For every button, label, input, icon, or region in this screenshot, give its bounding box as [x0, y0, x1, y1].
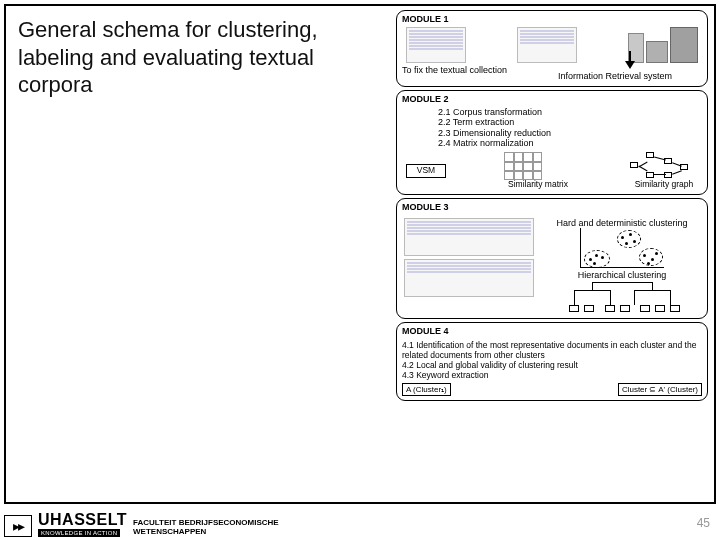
- corpus-list-icon: [406, 27, 466, 63]
- module-3-title: MODULE 3: [402, 202, 702, 212]
- diagram-column: MODULE 1 To fix the textual collection: [396, 10, 708, 401]
- server-icon: [628, 27, 698, 63]
- dendrogram-icon: [562, 280, 682, 312]
- m2-item: 2.3 Dimensionality reduction: [438, 128, 702, 138]
- module-2-title: MODULE 2: [402, 94, 702, 104]
- faculty-line-2: WETENSCHAPPEN: [133, 528, 279, 537]
- uhasselt-logo: UHASSELT: [38, 511, 127, 529]
- skip-forward-icon[interactable]: ▸▸: [4, 515, 32, 537]
- m2-item: 2.1 Corpus transformation: [438, 107, 702, 117]
- vsm-box: VSM: [406, 164, 446, 178]
- slide-title: General schema for clustering, labeling …: [18, 16, 378, 99]
- cluster-subset-a: A (Cluster₁): [402, 383, 451, 396]
- arrow-down-icon: [625, 61, 635, 69]
- cluster-subset-all: Cluster ⊆ A' (Cluster): [618, 383, 702, 396]
- similarity-graph-label: Similarity graph: [630, 180, 698, 190]
- knowledge-in-action-tag: KNOWLEDGE IN ACTION: [38, 529, 120, 537]
- similarity-matrix-label: Similarity matrix: [504, 180, 572, 190]
- module-2: MODULE 2 2.1 Corpus transformation 2.2 T…: [396, 90, 708, 195]
- page-number: 45: [697, 516, 710, 530]
- slide-frame: General schema for clustering, labeling …: [4, 4, 716, 504]
- m2-item: 2.4 Matrix normalization: [438, 138, 702, 148]
- m2-item: 2.2 Term extraction: [438, 117, 702, 127]
- results-window-icon: [404, 218, 534, 256]
- m4-item: 4.1 Identification of the most represent…: [402, 340, 702, 360]
- scatter-plot-icon: [580, 228, 664, 268]
- module-4-title: MODULE 4: [402, 326, 702, 336]
- module-1-left-label: To fix the textual collection: [402, 65, 546, 75]
- module-1-right-label: Information Retrieval system: [558, 71, 702, 81]
- document-browser-icon: [517, 27, 577, 63]
- footer: ▸▸ UHASSELT KNOWLEDGE IN ACTION FACULTEI…: [4, 511, 279, 537]
- module-1: MODULE 1 To fix the textual collection: [396, 10, 708, 87]
- similarity-graph-icon: [630, 152, 690, 180]
- hierarchical-clustering-label: Hierarchical clustering: [544, 270, 700, 280]
- m4-item: 4.2 Local and global validity of cluster…: [402, 360, 702, 370]
- similarity-matrix-icon: [504, 152, 542, 180]
- module-4: MODULE 4 4.1 Identification of the most …: [396, 322, 708, 401]
- hard-clustering-label: Hard and deterministic clustering: [544, 218, 700, 228]
- results-window-icon: [404, 259, 534, 297]
- faculty-label: FACULTEIT BEDRIJFSECONOMISCHE WETENSCHAP…: [133, 519, 279, 537]
- m4-item: 4.3 Keyword extraction: [402, 370, 702, 380]
- module-3: MODULE 3 Hard and deterministic clusteri…: [396, 198, 708, 319]
- module-1-title: MODULE 1: [402, 14, 702, 24]
